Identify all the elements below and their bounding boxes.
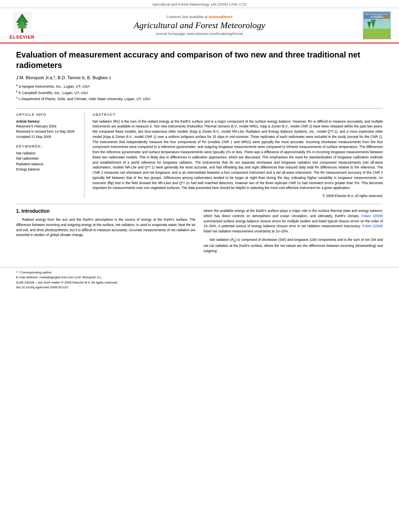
journal-banner: Agricultural and Forest Meteorology 149 … — [0, 0, 399, 8]
keywords-section: Keywords: Net radiation Net radiometer R… — [16, 144, 78, 173]
abstract-text: Net radiation (Rn) is the sum of the rad… — [93, 119, 383, 191]
journal-cover-image: Agricultural and Forest Meteorology — [363, 11, 391, 39]
journal-title-block: Contents lists available at ScienceDirec… — [36, 15, 363, 36]
footnote-star: * * Corresponding author. — [16, 271, 383, 274]
body-section: 1. Introduction Radiant energy from the … — [16, 208, 383, 257]
received-date: Received 5 February 2009 — [16, 124, 78, 129]
article-title: Evaluation of measurement accuracy and c… — [16, 49, 383, 70]
intro-paragraph-3: Net radiation (Rn) is comprised of short… — [204, 237, 383, 254]
accepted-date: Accepted 21 May 2009 — [16, 134, 78, 140]
keyword-3: Radiation balance — [16, 162, 78, 167]
intro-paragraph-1: Radiant energy from the sun and the Eart… — [16, 217, 195, 238]
footnote-email: E-mail address: mark@apogee-inst.com (J.… — [16, 275, 383, 279]
affiliation-c: c c Department of Plants, Soils, and Cli… — [16, 96, 383, 102]
keyword-2: Net radiometer — [16, 156, 78, 162]
article-info-label: ARTICLE INFO — [16, 113, 78, 117]
affiliation-a: a a Apogee Instruments, Inc., Logan, UT,… — [16, 83, 383, 90]
article-info-abstract-section: ARTICLE INFO Article history: Received 5… — [16, 108, 383, 198]
cover-label: Agricultural and Forest Meteorology — [364, 12, 390, 19]
foken-link-1[interactable]: Foken (2008) — [362, 214, 383, 218]
copyright: © 2009 Elsevier B.V. All rights reserved… — [93, 194, 383, 198]
abstract-column: ABSTRACT Net radiation (Rn) is the sum o… — [93, 113, 383, 198]
authors: J.M. Blonquist Jr.a,*, B.D. Tanner b, B.… — [16, 75, 383, 80]
homepage-text: journal homepage: www.elsevier.com/locat… — [156, 32, 243, 36]
body-left-column: 1. Introduction Radiant energy from the … — [16, 208, 195, 257]
elsevier-tree-icon — [12, 12, 32, 34]
sciencedirect-link[interactable]: ScienceDirect — [209, 15, 233, 19]
keywords-label: Keywords: — [16, 144, 78, 148]
page-container: Agricultural and Forest Meteorology 149 … — [0, 0, 399, 532]
svg-rect-7 — [363, 29, 391, 39]
footnote-corresponding: * Corresponding author. — [18, 271, 52, 274]
article-info-column: ARTICLE INFO Article history: Received 5… — [16, 113, 84, 198]
foken-link-2[interactable]: Foken (2008) — [362, 224, 383, 228]
article-history: Article history: Received 5 February 200… — [16, 119, 78, 140]
footer-doi: doi:10.1016/j.agrformet.2009.05.015 — [16, 285, 383, 290]
svg-marker-10 — [371, 20, 376, 29]
body-divider — [16, 204, 383, 204]
introduction-heading: 1. Introduction — [16, 208, 195, 214]
keyword-1: Net radiation — [16, 151, 78, 156]
affiliations: a a Apogee Instruments, Inc., Logan, UT,… — [16, 83, 383, 102]
history-label: Article history: — [16, 119, 78, 124]
cover-title: Agricultural and Forest Meteorology — [365, 13, 389, 18]
svg-marker-9 — [367, 22, 371, 29]
content-area: Evaluation of measurement accuracy and c… — [0, 43, 399, 263]
affiliation-b: b b Campbell Scientific, Inc., Logan, UT… — [16, 90, 383, 96]
journal-header: ELSEVIER Contents lists available at Sci… — [0, 8, 399, 43]
keyword-4: Energy balance — [16, 167, 78, 173]
authors-text: J.M. Blonquist Jr.a,*, B.D. Tanner b, B.… — [16, 75, 111, 80]
body-right-column: where the available energy at the Earth'… — [204, 208, 383, 257]
intro-paragraph-2: where the available energy at the Earth'… — [204, 208, 383, 234]
elsevier-wordmark: ELSEVIER — [10, 35, 35, 39]
footer-issn: 0168-1923/$ – see front matter © 2009 El… — [16, 280, 383, 285]
footer-area: * * Corresponding author. E-mail address… — [0, 267, 399, 293]
revised-date: Received in revised form 14 May 2009 — [16, 129, 78, 134]
abstract-label: ABSTRACT — [93, 113, 383, 117]
contents-label: Contents lists available at — [167, 15, 208, 19]
sciencedirect-line: Contents lists available at ScienceDirec… — [36, 15, 363, 19]
journal-title: Agricultural and Forest Meteorology — [36, 20, 363, 31]
elsevier-logo: ELSEVIER — [8, 12, 36, 39]
journal-homepage: journal homepage: www.elsevier.com/locat… — [36, 32, 363, 36]
banner-text: Agricultural and Forest Meteorology 149 … — [152, 2, 247, 6]
svg-rect-1 — [21, 28, 23, 33]
